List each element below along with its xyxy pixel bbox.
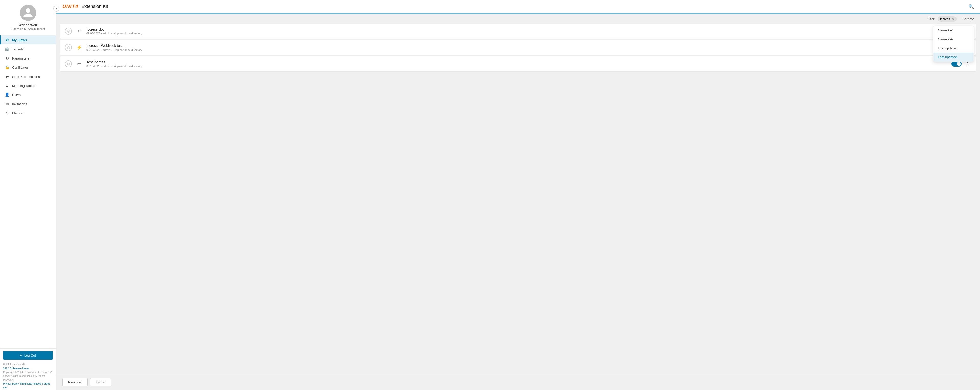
filter-close-icon[interactable]: ✕	[951, 17, 954, 21]
sort-option-name-az[interactable]: Name A-Z	[933, 26, 974, 35]
app-title: Extension Kit	[81, 4, 108, 9]
toggle-switch[interactable]	[951, 61, 962, 67]
collapse-button[interactable]: ‹	[53, 6, 59, 12]
email-icon: ✉	[76, 27, 83, 35]
document-icon: ▭	[76, 60, 83, 67]
tenants-icon: 🏢	[5, 47, 10, 51]
footer-line3: Copyright © 2024 Unit4 Group Holding B.V…	[3, 370, 53, 382]
sidebar-item-my-flows[interactable]: ⊙ My Flows	[0, 35, 56, 45]
ban-icon: ⊘	[65, 44, 72, 51]
my-flows-icon: ⊙	[5, 38, 10, 42]
flow-details: Ipcress doc 09/05/2023 · admin · u4pp-sa…	[86, 27, 971, 35]
app-logo: UNIT4	[62, 3, 78, 10]
sort-label: Sort by:	[963, 17, 974, 21]
avatar	[20, 5, 36, 21]
sidebar-item-sftp-connections[interactable]: ⇌ SFTP Connections	[0, 72, 56, 81]
sidebar-item-invitations[interactable]: ✉ Invitations	[0, 99, 56, 109]
footer-line1: Unit4 Extension Kit	[3, 363, 53, 366]
sidebar-item-label: Metrics	[12, 111, 23, 115]
flow-name[interactable]: Ipcress doc	[86, 27, 971, 31]
sidebar-item-certificates[interactable]: 🔒 Certificates	[0, 63, 56, 72]
flow-meta: 05/18/2023 · admin · u4pp-sandbox-direct…	[86, 65, 948, 68]
flow-meta: 05/18/2023 · admin · u4pp-sandbox-direct…	[86, 48, 948, 51]
logout-label: Log Out	[24, 353, 36, 357]
logout-icon: ↩	[20, 353, 23, 357]
sidebar-item-label: Tenants	[12, 47, 24, 51]
toolbar: Filter: ipcress ✕ Sort by: Name A-Z Name…	[56, 14, 980, 24]
main-content: UNIT4 Extension Kit 🔍 Filter: ipcress ✕ …	[56, 0, 980, 390]
import-button[interactable]: Import	[90, 378, 111, 387]
users-icon: 👤	[5, 93, 10, 97]
flow-details: Ipcress - Webhook test 05/18/2023 · admi…	[86, 44, 948, 51]
sidebar-item-label: SFTP Connections	[12, 75, 40, 79]
mapping-icon: ≡	[5, 83, 10, 88]
sidebar-footer: ↩ Log Out	[0, 348, 56, 361]
sort-dropdown: Name A-Z Name Z-A First updated Last upd…	[933, 26, 974, 62]
sidebar-item-tenants[interactable]: 🏢 Tenants	[0, 45, 56, 54]
user-tenant: Extension Kit Admin Tenant	[11, 27, 45, 30]
filter-value: ipcress	[940, 18, 950, 21]
release-notes-link[interactable]: 241.1.0 Release Notes	[3, 367, 29, 370]
webhook-icon: ⚡	[76, 44, 83, 51]
sidebar-header: ‹ Wanda Weir Extension Kit Admin Tenant	[0, 0, 56, 33]
bottom-bar: New flow Import	[56, 374, 980, 390]
sidebar-item-label: Users	[12, 93, 21, 97]
sort-option-name-za[interactable]: Name Z-A	[933, 35, 974, 44]
user-name: Wanda Weir	[19, 23, 38, 27]
flow-item: ⊘ ⚡ Ipcress - Webhook test 05/18/2023 · …	[60, 40, 976, 55]
sidebar: ‹ Wanda Weir Extension Kit Admin Tenant …	[0, 0, 56, 390]
sidebar-info: Unit4 Extension Kit 241.1.0 Release Note…	[0, 361, 56, 390]
metrics-icon: ⊘	[5, 111, 10, 115]
sidebar-item-metrics[interactable]: ⊘ Metrics	[0, 109, 56, 118]
sidebar-item-label: Parameters	[12, 56, 29, 60]
sidebar-item-label: Mapping Tables	[12, 84, 35, 88]
flow-meta: 09/05/2023 · admin · u4pp-sandbox-direct…	[86, 32, 971, 35]
invitations-icon: ✉	[5, 102, 10, 106]
flow-name[interactable]: Test Ipcress	[86, 60, 948, 64]
sort-option-last-updated[interactable]: Last updated	[933, 53, 974, 62]
flow-item: ⊘ ▭ Test Ipcress 05/18/2023 · admin · u4…	[60, 56, 976, 71]
logo-unit4: UNIT4	[62, 3, 78, 10]
topbar: UNIT4 Extension Kit 🔍	[56, 0, 980, 14]
flow-item: ⊘ ✉ Ipcress doc 09/05/2023 · admin · u4p…	[60, 24, 976, 38]
filter-chip: ipcress ✕	[938, 16, 957, 22]
sort-option-first-updated[interactable]: First updated	[933, 44, 974, 53]
sftp-icon: ⇌	[5, 74, 10, 79]
sidebar-item-label: My Flows	[12, 38, 27, 42]
certificates-icon: 🔒	[5, 65, 10, 70]
ban-icon: ⊘	[65, 60, 72, 67]
privacy-policy-link[interactable]: Privacy policy	[3, 382, 18, 385]
parameters-icon: ⚙	[5, 56, 10, 61]
sidebar-item-mapping-tables[interactable]: ≡ Mapping Tables	[0, 81, 56, 90]
sidebar-item-users[interactable]: 👤 Users	[0, 90, 56, 99]
nav-list: ⊙ My Flows 🏢 Tenants ⚙ Parameters 🔒 Cert…	[0, 33, 56, 348]
sidebar-item-label: Invitations	[12, 102, 27, 106]
search-icon[interactable]: 🔍	[968, 4, 974, 10]
logout-button[interactable]: ↩ Log Out	[3, 351, 53, 360]
ban-icon: ⊘	[65, 27, 72, 35]
flow-list: ⊘ ✉ Ipcress doc 09/05/2023 · admin · u4p…	[56, 24, 980, 374]
sidebar-item-label: Certificates	[12, 66, 29, 69]
new-flow-button[interactable]: New flow	[62, 378, 88, 387]
sidebar-item-parameters[interactable]: ⚙ Parameters	[0, 54, 56, 63]
flow-details: Test Ipcress 05/18/2023 · admin · u4pp-s…	[86, 60, 948, 68]
flow-name[interactable]: Ipcress - Webhook test	[86, 44, 948, 48]
filter-label: Filter:	[927, 17, 935, 21]
third-party-link[interactable]: Third party notices	[20, 382, 41, 385]
